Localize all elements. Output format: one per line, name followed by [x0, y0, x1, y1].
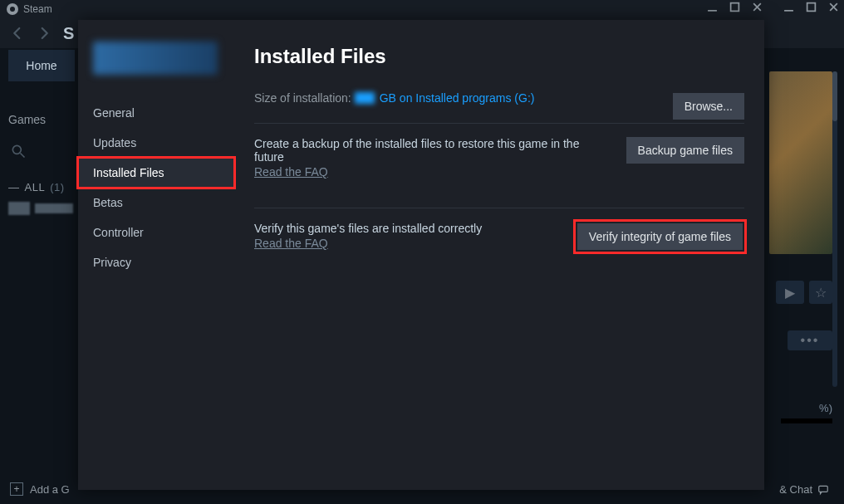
- verify-desc: Verify this game's files are installed c…: [254, 222, 482, 235]
- all-label: ALL: [25, 181, 46, 193]
- sidebar-label: Betas: [93, 196, 123, 209]
- browse-button[interactable]: Browse...: [673, 93, 744, 120]
- sidebar-item-installed-files[interactable]: Installed Files: [78, 158, 234, 188]
- main-minimize-icon[interactable]: [783, 2, 794, 12]
- dialog-minimize-icon[interactable]: [707, 2, 718, 12]
- verify-highlight: Verify integrity of game files: [576, 222, 744, 252]
- game-title-blur: [93, 42, 218, 75]
- nav-forward-icon[interactable]: [37, 26, 52, 41]
- main-window-controls: [783, 2, 839, 12]
- sidebar-item-controller[interactable]: Controller: [78, 218, 234, 247]
- verify-section: Verify this game's files are installed c…: [254, 208, 744, 264]
- game-hero-art: [769, 71, 832, 254]
- sidebar-label: General: [93, 106, 135, 120]
- verify-integrity-button[interactable]: Verify integrity of game files: [577, 223, 743, 250]
- size-link-text: GB on Installed programs (G:): [380, 91, 535, 105]
- backup-button[interactable]: Backup game files: [626, 137, 744, 164]
- tab-home[interactable]: Home: [8, 50, 75, 81]
- size-label: Size of installation:: [254, 91, 351, 105]
- chat-icon: [817, 484, 829, 496]
- more-actions-icon[interactable]: •••: [788, 330, 832, 350]
- add-game-label: Add a G: [30, 483, 70, 496]
- all-count: (1): [50, 181, 64, 193]
- backup-section: Create a backup of the installed files t…: [254, 124, 744, 193]
- app-name: Steam: [23, 3, 52, 15]
- library-game-row[interactable]: [8, 199, 79, 218]
- game-properties-dialog: General Updates Installed Files Betas Co…: [78, 20, 764, 490]
- sidebar-label: Controller: [93, 226, 144, 239]
- library-games-label[interactable]: Games: [8, 113, 46, 126]
- backup-faq-link[interactable]: Read the FAQ: [254, 165, 328, 179]
- size-value-blur: [355, 92, 375, 104]
- plus-icon: +: [10, 482, 23, 496]
- dialog-window-controls: [707, 2, 763, 12]
- properties-sidebar: General Updates Installed Files Betas Co…: [78, 20, 234, 490]
- verify-faq-link[interactable]: Read the FAQ: [254, 237, 328, 250]
- dialog-close-icon[interactable]: [752, 2, 763, 12]
- library-collection-all[interactable]: — ALL (1): [8, 181, 65, 193]
- sidebar-item-general[interactable]: General: [78, 98, 234, 128]
- sidebar-item-betas[interactable]: Betas: [78, 188, 234, 218]
- svg-rect-5: [807, 3, 816, 12]
- scrollbar[interactable]: [832, 71, 837, 387]
- svg-rect-1: [731, 3, 739, 12]
- svg-rect-10: [819, 486, 828, 492]
- svg-point-8: [12, 145, 21, 154]
- sidebar-label: Updates: [93, 136, 136, 149]
- game-name-blur: [35, 203, 73, 213]
- add-game-button[interactable]: + Add a G: [10, 482, 70, 496]
- nav-store-letter: S: [63, 24, 74, 43]
- game-thumb-blur: [8, 202, 30, 215]
- sidebar-item-privacy[interactable]: Privacy: [78, 247, 234, 277]
- play-history-icon[interactable]: ▶: [776, 281, 804, 304]
- steam-logo-icon: [7, 3, 18, 15]
- install-location-link[interactable]: GB on Installed programs (G:): [355, 91, 535, 105]
- collapse-icon: —: [8, 181, 20, 193]
- friends-chat-button[interactable]: & Chat: [779, 483, 829, 496]
- sidebar-label: Privacy: [93, 256, 131, 269]
- sidebar-item-updates[interactable]: Updates: [78, 128, 234, 158]
- sidebar-label: Installed Files: [93, 166, 164, 179]
- library-search-icon[interactable]: [10, 143, 27, 163]
- svg-line-9: [21, 154, 25, 158]
- achievement-percent: %): [786, 402, 832, 414]
- main-close-icon[interactable]: [828, 2, 839, 12]
- dialog-maximize-icon[interactable]: [729, 2, 740, 12]
- page-title: Installed Files: [254, 45, 744, 68]
- tab-home-label: Home: [26, 59, 56, 72]
- properties-main: Installed Files Size of installation: GB…: [234, 20, 764, 490]
- chat-label: & Chat: [779, 483, 812, 496]
- main-maximize-icon[interactable]: [806, 2, 817, 12]
- nav-back-icon[interactable]: [10, 26, 25, 41]
- backup-desc: Create a backup of the installed files t…: [254, 137, 603, 164]
- install-size-row: Size of installation: GB on Installed pr…: [254, 91, 744, 105]
- achievement-bar: [781, 418, 832, 423]
- favorite-icon[interactable]: ☆: [809, 281, 832, 304]
